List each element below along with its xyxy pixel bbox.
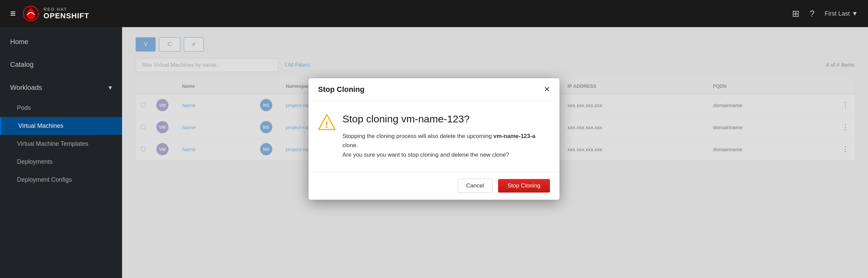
cancel-button[interactable]: Cancel (458, 179, 493, 193)
dialog-title: Stop Cloning (318, 85, 364, 94)
dialog-text-part3: Are you sure you want to stop cloning an… (342, 152, 509, 158)
dialog-content-text: Stop cloning vm-name-123? Stopping the c… (342, 113, 550, 159)
sidebar-item-home[interactable]: Home (0, 31, 122, 53)
top-nav-right: ⊞ ? First Last ▼ (792, 8, 858, 19)
redhat-logo-icon (22, 5, 39, 22)
top-nav: ≡ RED HAT OPENSHIFT ⊞ ? First Last ▼ (0, 0, 868, 27)
sidebar-item-vm-templates[interactable]: Virtual Machine Templates (0, 135, 122, 153)
sidebar-item-catalog[interactable]: Catalog (0, 53, 122, 76)
grid-icon[interactable]: ⊞ (792, 8, 800, 19)
dialog-close-button[interactable]: ✕ (544, 85, 550, 94)
dialog-footer: Cancel Stop Cloning (309, 172, 559, 200)
svg-text:!: ! (325, 119, 328, 130)
sidebar: Home Catalog Workloads ▾ Pods Virtual Ma… (0, 27, 122, 278)
warning-icon: ! (318, 113, 336, 131)
dialog-header: Stop Cloning ✕ (309, 78, 559, 101)
sidebar-item-virtual-machines[interactable]: Virtual Machines (0, 117, 122, 135)
product-name: OPENSHIFT (43, 12, 89, 20)
dialog-message-row: ! Stop cloning vm-name-123? Stopping the… (318, 113, 550, 159)
logo: RED HAT OPENSHIFT (22, 5, 89, 22)
dialog-text-part2: clone. (342, 142, 358, 148)
dialog-body: ! Stop cloning vm-name-123? Stopping the… (309, 101, 559, 172)
user-arrow-icon: ▼ (852, 10, 858, 17)
dialog-body-text: Stopping the cloning process will also d… (342, 132, 550, 159)
dialog-bold-text: vm-name-123-a (493, 133, 535, 139)
dialog-heading: Stop cloning vm-name-123? (342, 113, 550, 125)
stop-cloning-button[interactable]: Stop Cloning (498, 179, 550, 193)
dialog-text-part1: Stopping the cloning process will also d… (342, 133, 493, 139)
sidebar-item-workloads-label: Workloads (10, 84, 42, 92)
hamburger-menu[interactable]: ≡ (10, 8, 16, 19)
stop-cloning-dialog: Stop Cloning ✕ ! Stop cloning vm-name-12… (309, 78, 559, 200)
sidebar-item-pods[interactable]: Pods (0, 99, 122, 117)
sidebar-item-deployment-configs[interactable]: Deployment Configs (0, 171, 122, 189)
sidebar-item-workloads[interactable]: Workloads ▾ (0, 76, 122, 99)
logo-text: RED HAT OPENSHIFT (43, 7, 89, 20)
user-name: First Last (825, 10, 850, 17)
brand-name: RED HAT (43, 7, 89, 12)
help-icon[interactable]: ? (810, 8, 814, 19)
chevron-down-icon: ▾ (108, 83, 112, 92)
user-menu[interactable]: First Last ▼ (825, 10, 858, 17)
sidebar-item-deployments[interactable]: Deployments (0, 153, 122, 171)
